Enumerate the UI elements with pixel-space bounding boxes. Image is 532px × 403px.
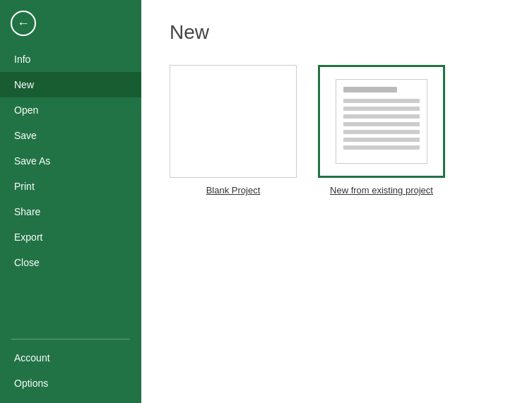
sidebar-item-account[interactable]: Account: [0, 345, 141, 371]
templates-grid: Blank Project New from existing project: [170, 65, 504, 196]
existing-project-label: New from existing project: [330, 185, 433, 196]
existing-thumbnail: [318, 65, 445, 178]
doc-line-1: [343, 99, 420, 103]
sidebar-divider: [11, 339, 130, 339]
page-title: New: [170, 21, 504, 44]
sidebar-item-share[interactable]: Share: [0, 199, 141, 224]
sidebar-item-close[interactable]: Close: [0, 250, 141, 275]
doc-line-7: [343, 145, 420, 150]
back-arrow-icon: ←: [11, 11, 36, 36]
doc-line-2: [343, 107, 420, 111]
sidebar-item-options[interactable]: Options: [0, 371, 141, 396]
sidebar-item-open[interactable]: Open: [0, 97, 141, 123]
doc-line-4: [343, 122, 420, 126]
template-existing[interactable]: New from existing project: [318, 65, 445, 196]
sidebar-bottom: Account Options: [0, 333, 141, 403]
sidebar-item-print[interactable]: Print: [0, 174, 141, 199]
doc-title-line: [343, 87, 397, 92]
sidebar-item-new[interactable]: New: [0, 72, 141, 97]
sidebar-item-save[interactable]: Save: [0, 123, 141, 148]
sidebar: ← Info New Open Save Save As Print Share…: [0, 0, 141, 403]
sidebar-item-export[interactable]: Export: [0, 224, 141, 250]
doc-line-6: [343, 138, 420, 142]
template-blank[interactable]: Blank Project: [170, 65, 297, 196]
doc-line-5: [343, 130, 420, 134]
back-button[interactable]: ←: [6, 6, 41, 41]
sidebar-nav: Info New Open Save Save As Print Share E…: [0, 47, 141, 403]
blank-project-label: Blank Project: [206, 185, 261, 196]
sidebar-item-info[interactable]: Info: [0, 47, 141, 72]
doc-line-3: [343, 114, 420, 119]
main-content: New Blank Project New from exi: [141, 0, 532, 403]
existing-thumbnail-inner: [336, 79, 427, 164]
sidebar-item-save-as[interactable]: Save As: [0, 148, 141, 174]
blank-thumbnail: [170, 65, 297, 178]
